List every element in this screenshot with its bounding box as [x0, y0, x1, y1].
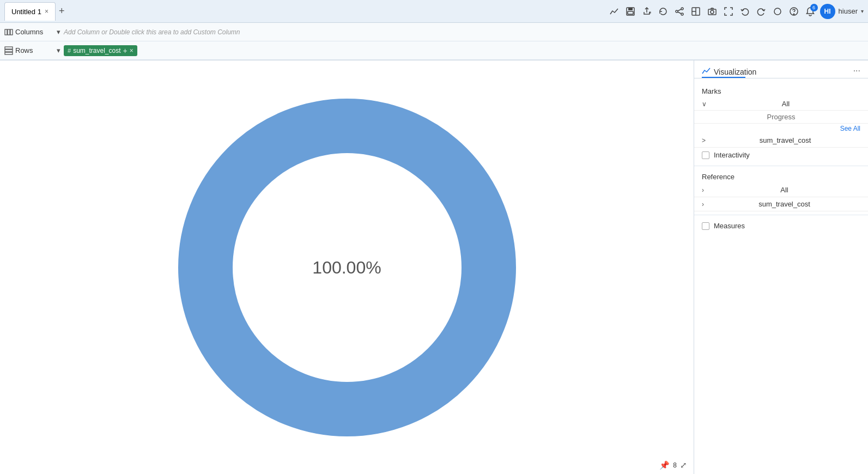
svg-rect-21 [5, 50, 13, 52]
interactivity-checkbox[interactable] [702, 151, 709, 159]
pill-add-button[interactable]: + [123, 46, 128, 55]
svg-rect-17 [5, 29, 7, 35]
panel-header-underline [702, 77, 745, 78]
svg-rect-20 [5, 47, 13, 49]
marks-field-name: sum_travel_cost [710, 136, 860, 144]
columns-dropdown-arrow[interactable]: ▾ [57, 28, 60, 36]
fullscreen-icon[interactable] [722, 5, 735, 18]
redo-icon[interactable] [755, 5, 768, 18]
rows-shelf-label: Rows [15, 46, 33, 54]
user-menu-chevron[interactable]: ▾ [861, 8, 864, 14]
reference-field-chevron: › [702, 200, 704, 208]
marks-progress-label: Progress [702, 113, 860, 121]
reference-all-label: All [708, 186, 860, 194]
tab-untitled[interactable]: Untitled 1 × [4, 2, 56, 21]
svg-point-4 [681, 8, 683, 10]
interactivity-checkbox-row[interactable]: Interactivity [694, 148, 868, 162]
tab-label: Untitled 1 [11, 8, 41, 16]
svg-rect-1 [628, 8, 633, 10]
svg-line-7 [678, 12, 681, 14]
svg-rect-22 [5, 52, 13, 54]
shelves: Columns ▾ Add Column or Double click thi… [0, 23, 868, 60]
tab-close-button[interactable]: × [45, 8, 48, 15]
measures-label: Measures [714, 222, 745, 230]
columns-label: Columns [4, 28, 53, 37]
camera-icon[interactable] [706, 5, 719, 18]
rows-shelf: Rows ▾ # sum_travel_cost + × [0, 41, 868, 60]
reference-field-row[interactable]: › sum_travel_cost [694, 197, 868, 211]
new-tab-button[interactable]: + [59, 5, 65, 17]
help-icon[interactable] [787, 5, 800, 18]
right-panel: Visualization ··· Marks ∨ All Progress S… [694, 60, 868, 474]
svg-line-8 [678, 9, 681, 11]
marks-all-label: All [711, 100, 860, 108]
measures-checkbox[interactable] [702, 222, 709, 230]
marks-progress-row[interactable]: Progress [694, 111, 868, 124]
tab-area: Untitled 1 × + [4, 2, 608, 21]
svg-rect-19 [10, 29, 13, 35]
svg-point-23 [205, 126, 489, 409]
columns-icon [4, 28, 13, 37]
expand-icon[interactable]: ⤢ [680, 460, 687, 470]
save-icon[interactable] [624, 5, 637, 18]
rows-pill[interactable]: # sum_travel_cost + × [64, 45, 137, 56]
svg-rect-18 [8, 29, 10, 35]
panel-more-button[interactable]: ··· [853, 66, 860, 78]
rows-icon [4, 46, 13, 55]
layout-icon[interactable] [689, 5, 702, 18]
reference-all-chevron: › [702, 186, 704, 194]
canvas-bottom-icons: 📌 8 ⤢ [659, 460, 687, 470]
marks-all-chevron: ∨ [702, 100, 707, 108]
reference-section: Reference › All › sum_travel_cost [694, 169, 868, 211]
main-content: 100.00% 📌 8 ⤢ Visualization ··· Marks [0, 60, 868, 474]
pin-count: 8 [673, 461, 677, 469]
rows-dropdown-arrow[interactable]: ▾ [57, 46, 60, 54]
svg-rect-3 [650, 12, 651, 13]
toolbar-icons: HI hiuser ▾ [608, 4, 864, 19]
columns-shelf[interactable]: Columns ▾ Add Column or Double click thi… [0, 23, 868, 41]
section-divider-1 [694, 166, 868, 166]
notification-icon[interactable] [804, 5, 817, 18]
pill-name: sum_travel_cost [73, 47, 120, 54]
svg-rect-2 [628, 11, 633, 14]
share-icon[interactable] [673, 5, 686, 18]
export-icon[interactable] [640, 5, 653, 18]
undo-icon[interactable] [738, 5, 751, 18]
field-chevron: > [702, 137, 706, 144]
panel-header: Visualization ··· [694, 60, 868, 78]
panel-title: Visualization [714, 68, 850, 76]
pill-remove-button[interactable]: × [130, 47, 133, 54]
username-label[interactable]: hiuser [839, 7, 858, 15]
line-chart-icon[interactable] [608, 5, 621, 18]
donut-chart [178, 99, 516, 436]
reference-field-name: sum_travel_cost [708, 200, 860, 208]
see-all-link[interactable]: See All [694, 124, 868, 133]
marks-section: Marks ∨ All Progress See All > sum_trave… [694, 84, 868, 162]
marks-all-row[interactable]: ∨ All [694, 98, 868, 111]
marks-section-title: Marks [694, 84, 868, 98]
visualization-icon [702, 66, 711, 77]
svg-point-16 [793, 14, 794, 15]
bulb-icon[interactable] [771, 5, 784, 18]
svg-point-5 [676, 10, 678, 13]
canvas[interactable]: 100.00% 📌 8 ⤢ [0, 60, 694, 474]
reference-section-title: Reference [694, 169, 868, 183]
panel-body: Marks ∨ All Progress See All > sum_trave… [694, 78, 868, 239]
pin-icon[interactable]: 📌 [659, 460, 670, 470]
columns-shelf-label: Columns [15, 28, 43, 36]
rows-label: Rows [4, 46, 53, 55]
donut-chart-container: 100.00% [178, 99, 516, 436]
interactivity-label: Interactivity [714, 151, 750, 159]
topbar: Untitled 1 × + [0, 0, 868, 23]
columns-placeholder[interactable]: Add Column or Double click this area to … [64, 28, 240, 36]
refresh-icon[interactable] [657, 5, 670, 18]
section-divider-2 [694, 215, 868, 215]
marks-field-row[interactable]: > sum_travel_cost [694, 133, 868, 148]
svg-point-14 [774, 8, 781, 15]
reference-all-row[interactable]: › All [694, 183, 868, 197]
pill-hash: # [68, 47, 71, 54]
user-avatar[interactable]: HI [820, 4, 835, 19]
svg-point-13 [711, 10, 714, 14]
svg-point-6 [681, 13, 683, 15]
measures-checkbox-row[interactable]: Measures [694, 218, 868, 233]
